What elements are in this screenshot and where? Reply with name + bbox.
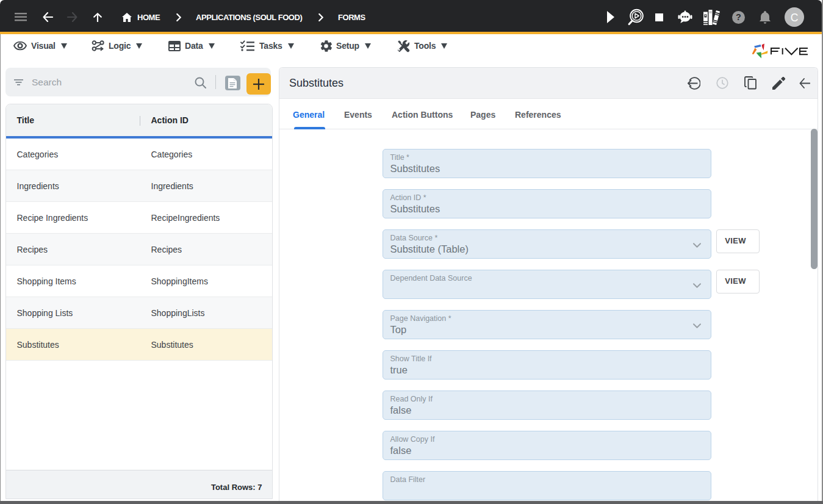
svg-text:?: ? (736, 12, 741, 22)
svg-text:C: C (791, 12, 799, 24)
